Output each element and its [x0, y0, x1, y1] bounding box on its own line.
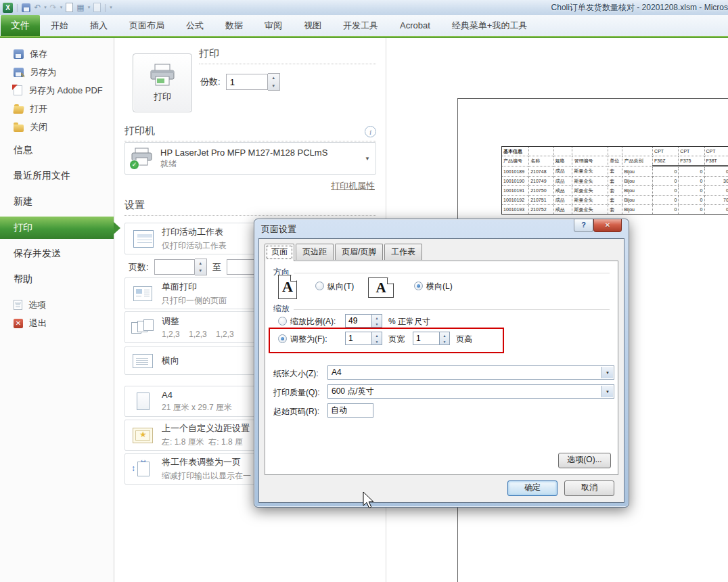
redo-dropdown-icon[interactable]: ▾: [60, 5, 63, 10]
table-icon[interactable]: ▦: [76, 3, 84, 12]
landscape-label[interactable]: 横向(L): [426, 281, 453, 292]
tab-page-layout[interactable]: 页面布局: [118, 15, 175, 36]
portrait-page-icon: A: [278, 275, 297, 299]
dialog-title: 页面设置: [261, 223, 296, 236]
close-icon[interactable]: ✕: [593, 219, 622, 232]
sidebar-item-save-as[interactable]: 另存为: [0, 63, 114, 81]
scale-ratio-stepper[interactable]: ▲▼: [372, 314, 382, 328]
preview-cell: 产品编号: [502, 156, 529, 166]
sidebar-item-info[interactable]: 信息: [0, 139, 114, 161]
adobe-pdf-icon: [14, 85, 22, 95]
sidebar-item-print-selected[interactable]: 打印: [0, 217, 114, 239]
orientation-group-caption: 方向: [273, 267, 610, 278]
preview-cell: F36Z: [653, 156, 679, 166]
pages-from-input[interactable]: [154, 259, 195, 275]
pages-from-stepper[interactable]: ▲▼: [195, 259, 207, 275]
preview-cell: 规格: [553, 156, 572, 166]
preview-cell: 成品: [553, 196, 572, 205]
printer-selector[interactable]: ✓ HP LaserJet Pro MFP M127-M128 PCLmS 就绪…: [124, 142, 376, 175]
landscape-radio[interactable]: [414, 282, 423, 290]
options-button[interactable]: 选项(O)...: [558, 453, 611, 468]
preview-table-row: 10010190210749成品斯曼金头套Bijou0030: [502, 177, 728, 186]
preview-cell: 0: [653, 205, 679, 215]
sidebar-item-save-as-pdf[interactable]: 另存为 Adobe PDF: [0, 81, 114, 99]
scale-ratio-input[interactable]: [345, 314, 372, 328]
preview-cell: 0: [679, 177, 704, 186]
redo-icon[interactable]: ↷: [50, 3, 57, 12]
sidebar-item-close[interactable]: 关闭: [0, 118, 114, 136]
preview-table-row: 10010189210748成品斯曼金头套Bijou000: [502, 166, 728, 177]
preview-cell: F375: [679, 156, 704, 166]
portrait-radio[interactable]: [315, 282, 324, 290]
sidebar-item-new[interactable]: 新建: [0, 191, 114, 212]
sidebar-item-recent[interactable]: 最近所用文件: [0, 165, 114, 187]
tab-page[interactable]: 页面: [265, 244, 294, 261]
window-title: Choli订单发货数量核对 - 20201208.xlsm - Micros: [551, 2, 728, 14]
printer-properties-link[interactable]: 打印机属性: [331, 180, 375, 192]
chevron-down-icon[interactable]: ▼: [601, 367, 613, 378]
copies-row: 份数: ▲▼: [200, 73, 280, 91]
tab-formulas[interactable]: 公式: [175, 15, 214, 36]
quick-access-toolbar: X | ↶▾ ↷▾ ▦▾ | ▾: [3, 0, 112, 15]
tab-header-footer[interactable]: 页眉/页脚: [335, 244, 383, 260]
tab-file[interactable]: 文件: [1, 15, 40, 36]
sidebar-item-open[interactable]: 打开: [0, 99, 114, 118]
save-icon[interactable]: [22, 3, 30, 12]
ok-button[interactable]: 确定: [507, 480, 558, 496]
copies-input[interactable]: [226, 74, 268, 90]
copies-stepper[interactable]: ▲▼: [268, 73, 280, 91]
info-icon[interactable]: i: [365, 126, 376, 137]
qat-overflow-icon[interactable]: ▾: [110, 5, 112, 10]
tab-view[interactable]: 视图: [293, 15, 332, 36]
print-button[interactable]: 打印: [133, 53, 192, 112]
undo-dropdown-icon[interactable]: ▾: [44, 5, 47, 10]
preview-cell: 0: [653, 196, 679, 205]
preview-cell: 210750: [529, 186, 553, 196]
document-icon[interactable]: [93, 3, 101, 12]
page-setup-dialog: 页面设置 ? ✕ 页面 页边距 页眉/页脚 工作表 方向 A 纵向(T) A 横…: [254, 219, 629, 508]
preview-cell: 0: [653, 166, 679, 177]
tab-margins[interactable]: 页边距: [296, 244, 334, 260]
table-dropdown-icon[interactable]: ▾: [88, 5, 91, 10]
tab-data[interactable]: 数据: [214, 15, 254, 36]
sidebar-item-exit[interactable]: ✕ 退出: [0, 314, 114, 332]
sidebar-item-label: 退出: [29, 317, 47, 330]
first-page-input[interactable]: [327, 403, 373, 418]
preview-cell: CPT: [704, 147, 728, 156]
sidebar-item-save[interactable]: 保存: [0, 45, 114, 63]
excel-logo-icon[interactable]: X: [3, 3, 13, 13]
sidebar-item-help[interactable]: 帮助: [0, 269, 114, 290]
cancel-button[interactable]: 取消: [564, 480, 614, 496]
backstage-sidebar: 保存 另存为 另存为 Adobe PDF 打开 关闭 信息 最近所用文件 新建 …: [0, 38, 114, 582]
undo-icon[interactable]: ↶: [34, 3, 41, 12]
chevron-down-icon: ▼: [365, 156, 370, 162]
exit-icon: ✕: [14, 319, 23, 328]
sidebar-item-label: 关闭: [30, 121, 47, 133]
preview-cell: 成品: [553, 166, 572, 177]
tab-home[interactable]: 开始: [40, 15, 79, 36]
qat-separator: |: [104, 3, 106, 12]
scale-ratio-label[interactable]: 缩放比例(A):: [290, 316, 336, 328]
paper-size-combo[interactable]: A4 ▼: [327, 365, 614, 380]
tab-acrobat[interactable]: Acrobat: [389, 15, 441, 36]
print-preview-icon[interactable]: [66, 3, 73, 12]
preview-cell: 10010190: [502, 177, 529, 186]
portrait-label[interactable]: 纵向(T): [327, 281, 354, 292]
print-quality-combo[interactable]: 600 点/英寸 ▼: [327, 384, 614, 399]
tab-sheet[interactable]: 工作表: [384, 244, 422, 260]
chevron-down-icon[interactable]: ▼: [601, 386, 613, 397]
preview-cell: 套: [608, 186, 622, 196]
mouse-cursor: [363, 491, 375, 510]
preview-cell: [608, 147, 622, 156]
preview-cell: 0: [704, 186, 728, 196]
sidebar-item-save-send[interactable]: 保存并发送: [0, 243, 114, 265]
dialog-client-area: 页面 页边距 页眉/页脚 工作表 方向 A 纵向(T) A 横向(L) 缩放 缩…: [258, 238, 624, 503]
tab-review[interactable]: 审阅: [254, 15, 293, 36]
scale-ratio-radio[interactable]: [278, 317, 287, 326]
tab-developer[interactable]: 开发工具: [332, 15, 389, 36]
tab-classic-menu[interactable]: 经典菜单+我的工具: [441, 15, 539, 36]
sidebar-item-options[interactable]: 选项: [0, 296, 114, 314]
preview-cell: 产品类别: [622, 156, 653, 166]
help-button[interactable]: ?: [574, 219, 593, 232]
tab-insert[interactable]: 插入: [79, 15, 118, 36]
